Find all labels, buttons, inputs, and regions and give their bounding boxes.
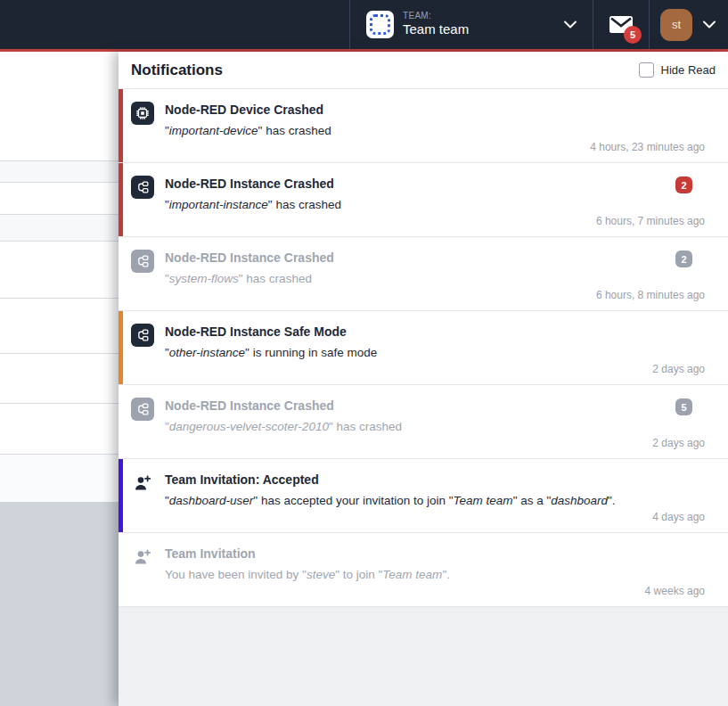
notification-content: Team Invitation: Accepted "dashboard-use… (165, 472, 707, 523)
team-label: TEAM: (403, 11, 555, 22)
device-chip-icon (131, 102, 154, 125)
notification-title: Node-RED Instance Crashed (165, 250, 707, 266)
screen: TEAM: Team team 5 st (0, 0, 728, 706)
notification-count-badge: 2 (675, 176, 692, 193)
notification-message: "system-flows" has crashed (165, 272, 707, 285)
user-plus-icon (131, 472, 154, 495)
notification-timestamp: 4 weeks ago (645, 585, 705, 597)
notification-count-badge: 2 (675, 250, 692, 267)
notification-accent-bar (119, 385, 123, 458)
notification-title: Node-RED Device Crashed (165, 103, 707, 118)
notification-content: Team Invitation You have been invited by… (165, 546, 707, 597)
unread-count-badge: 5 (624, 26, 642, 44)
notification-timestamp: 4 days ago (652, 511, 705, 523)
instance-icon (131, 398, 154, 421)
notification-title: Node-RED Instance Crashed (165, 398, 707, 414)
notification-message: "dashboard-user" has accepted your invit… (165, 494, 707, 507)
notification-message: "dangerous-velvet-scoter-2010" has crash… (165, 420, 707, 433)
notification-title: Team Invitation (165, 546, 707, 562)
notification-message: "important-instance" has crashed (165, 198, 707, 211)
hide-read-label: Hide Read (661, 63, 716, 77)
instance-icon (131, 324, 154, 347)
notification-accent-bar (119, 311, 123, 384)
notification-content: Node-RED Instance Crashed "dangerous-vel… (165, 398, 707, 449)
notification-timestamp: 2 days ago (652, 363, 705, 375)
notifications-panel-header: Notifications Hide Read (119, 52, 728, 89)
notification-accent-bar (119, 237, 123, 310)
user-plus-icon (131, 546, 154, 569)
notifications-panel: Notifications Hide Read Node-RED Device … (119, 52, 728, 706)
top-navbar: TEAM: Team team 5 st (0, 0, 728, 49)
hide-read-toggle[interactable]: Hide Read (639, 62, 716, 78)
hide-read-checkbox[interactable] (639, 62, 654, 78)
panel-title: Notifications (131, 62, 223, 79)
notification-item[interactable]: Node-RED Instance Crashed "important-ins… (119, 163, 728, 237)
notifications-button[interactable]: 5 (593, 0, 649, 49)
notification-title: Team Invitation: Accepted (165, 472, 707, 488)
notification-accent-bar (119, 533, 123, 606)
team-avatar-pattern (370, 14, 390, 35)
notification-item[interactable]: Node-RED Instance Safe Mode "other-insta… (119, 311, 728, 385)
notification-item[interactable]: Node-RED Device Crashed "important-devic… (119, 89, 728, 163)
team-avatar-icon (366, 11, 394, 38)
notification-title: Node-RED Instance Crashed (165, 176, 707, 192)
team-switcher[interactable]: TEAM: Team team (350, 0, 593, 49)
user-menu[interactable]: st (650, 0, 728, 49)
team-name: Team team (403, 21, 555, 38)
chevron-down-icon (703, 21, 716, 29)
notification-list: Node-RED Device Crashed "important-devic… (119, 89, 728, 607)
team-switcher-text: TEAM: Team team (403, 11, 555, 38)
notification-title: Node-RED Instance Safe Mode (165, 324, 707, 340)
notification-accent-bar (119, 89, 123, 162)
notification-timestamp: 4 hours, 23 minutes ago (590, 141, 705, 153)
notification-item[interactable]: Node-RED Instance Crashed "dangerous-vel… (119, 385, 728, 459)
notification-accent-bar (119, 163, 123, 236)
notification-item[interactable]: Team Invitation You have been invited by… (119, 533, 728, 607)
avatar: st (660, 9, 692, 41)
notification-timestamp: 6 hours, 7 minutes ago (596, 215, 705, 227)
notification-accent-bar (119, 459, 123, 532)
chevron-down-icon (564, 21, 577, 29)
notification-item[interactable]: Team Invitation: Accepted "dashboard-use… (119, 459, 728, 533)
instance-icon (131, 250, 154, 273)
notification-item[interactable]: Node-RED Instance Crashed "system-flows"… (119, 237, 728, 311)
notification-count-badge: 5 (675, 398, 692, 415)
notification-message: "important-device" has crashed (165, 124, 707, 137)
instance-icon (131, 176, 154, 199)
notification-timestamp: 2 days ago (652, 437, 705, 449)
notification-message: "other-instance" is running in safe mode (165, 346, 707, 359)
notification-message: You have been invited by "steve" to join… (165, 568, 707, 581)
notification-content: Node-RED Instance Safe Mode "other-insta… (165, 324, 707, 375)
notification-timestamp: 6 hours, 8 minutes ago (596, 289, 705, 301)
